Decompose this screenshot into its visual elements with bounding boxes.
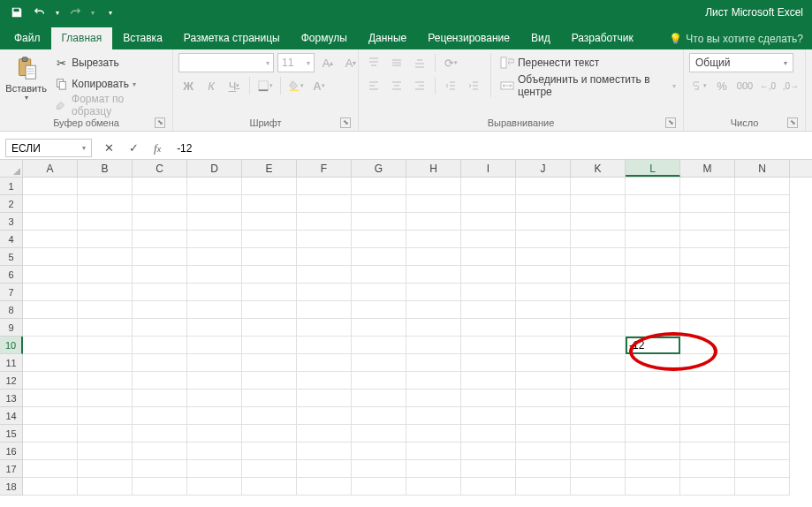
cell[interactable] (516, 284, 571, 301)
cell[interactable] (680, 319, 735, 337)
cell[interactable] (571, 266, 626, 284)
underline-button[interactable]: Ч▾ (224, 76, 244, 95)
cell[interactable] (516, 372, 571, 390)
cell[interactable] (461, 443, 516, 460)
cell[interactable] (187, 195, 242, 213)
cell[interactable] (78, 407, 133, 425)
cell[interactable] (352, 266, 406, 284)
cell[interactable] (571, 390, 626, 407)
cell[interactable] (78, 478, 133, 496)
cell[interactable] (735, 213, 790, 231)
cell[interactable] (23, 231, 78, 248)
qat-customize-icon[interactable]: ▾ (106, 3, 115, 22)
cell[interactable] (571, 354, 626, 372)
cell[interactable] (516, 213, 571, 231)
cell[interactable] (352, 213, 406, 231)
cell[interactable] (571, 284, 626, 301)
cell[interactable] (735, 443, 790, 460)
cell[interactable] (406, 248, 461, 266)
cell[interactable] (297, 337, 352, 354)
cell[interactable] (297, 460, 352, 478)
cell[interactable] (680, 443, 735, 460)
align-right-icon[interactable] (410, 76, 429, 95)
cell[interactable] (406, 478, 461, 496)
cell[interactable] (680, 231, 735, 248)
cell[interactable] (626, 390, 680, 407)
cell[interactable] (406, 195, 461, 213)
cell[interactable] (242, 231, 297, 248)
row-header[interactable]: 11 (0, 354, 23, 372)
cell[interactable] (571, 372, 626, 390)
cell[interactable] (516, 266, 571, 284)
cell[interactable] (187, 337, 242, 354)
cell[interactable] (297, 443, 352, 460)
cell[interactable] (461, 460, 516, 478)
cell[interactable] (78, 266, 133, 284)
tab-developer[interactable]: Разработчик (561, 27, 644, 49)
column-header[interactable]: K (571, 160, 626, 177)
cell[interactable] (571, 195, 626, 213)
cell[interactable] (571, 425, 626, 443)
cell[interactable] (23, 213, 78, 231)
cell[interactable] (352, 390, 406, 407)
cell[interactable] (187, 266, 242, 284)
tab-view[interactable]: Вид (520, 27, 561, 49)
cell[interactable] (78, 284, 133, 301)
cell[interactable] (23, 443, 78, 460)
cell[interactable] (735, 337, 790, 354)
cell[interactable] (133, 301, 187, 319)
cell[interactable] (516, 407, 571, 425)
cell[interactable] (461, 231, 516, 248)
tab-insert[interactable]: Вставка (112, 27, 173, 49)
cell[interactable] (352, 407, 406, 425)
increase-font-icon[interactable]: A▴ (318, 53, 338, 72)
cell[interactable] (735, 354, 790, 372)
cell[interactable] (133, 248, 187, 266)
cell[interactable] (571, 407, 626, 425)
format-painter-button[interactable]: Формат по образцу (52, 95, 167, 115)
cell[interactable] (461, 425, 516, 443)
cell[interactable] (735, 372, 790, 390)
cell[interactable] (23, 301, 78, 319)
cell[interactable] (187, 443, 242, 460)
cell[interactable]: -12 (626, 337, 680, 354)
align-middle-icon[interactable] (387, 53, 406, 72)
cell[interactable] (133, 390, 187, 407)
font-size-combo[interactable]: 11 ▾ (277, 53, 315, 72)
cell[interactable] (352, 231, 406, 248)
cell[interactable] (78, 443, 133, 460)
cell[interactable] (242, 425, 297, 443)
cell[interactable] (680, 337, 735, 354)
cell[interactable] (406, 178, 461, 195)
tab-home[interactable]: Главная (51, 27, 113, 49)
row-header[interactable]: 10 (0, 337, 23, 354)
row-header[interactable]: 5 (0, 248, 23, 266)
cell[interactable] (23, 372, 78, 390)
cell[interactable] (297, 231, 352, 248)
cell[interactable] (23, 478, 78, 496)
cell[interactable] (626, 407, 680, 425)
row-header[interactable]: 6 (0, 266, 23, 284)
fill-color-button[interactable]: ▾ (286, 76, 306, 95)
cell[interactable] (735, 407, 790, 425)
cell[interactable] (352, 248, 406, 266)
cell[interactable] (680, 213, 735, 231)
column-header[interactable]: L (626, 160, 680, 177)
cell[interactable] (735, 460, 790, 478)
cell[interactable] (133, 178, 187, 195)
cell[interactable] (242, 443, 297, 460)
cell[interactable] (242, 284, 297, 301)
cell[interactable] (406, 372, 461, 390)
cell[interactable] (78, 372, 133, 390)
cell[interactable] (680, 460, 735, 478)
cell[interactable] (133, 478, 187, 496)
cell[interactable] (297, 319, 352, 337)
cell[interactable] (187, 319, 242, 337)
cell[interactable] (406, 354, 461, 372)
cell[interactable] (297, 372, 352, 390)
cell[interactable] (626, 354, 680, 372)
cell[interactable] (680, 301, 735, 319)
cell[interactable] (680, 284, 735, 301)
cell[interactable] (78, 178, 133, 195)
cell[interactable] (78, 390, 133, 407)
